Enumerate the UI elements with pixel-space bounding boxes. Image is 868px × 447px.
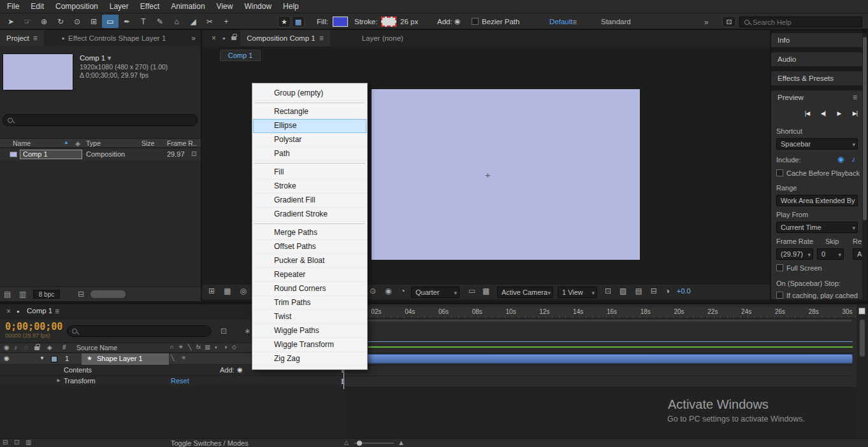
lock-column-icon[interactable] bbox=[34, 346, 40, 350]
play-button[interactable]: ▶ bbox=[832, 108, 846, 119]
shape-menu-item[interactable]: Round Corners bbox=[253, 282, 366, 296]
preview-panel-header[interactable]: Preview≡ bbox=[771, 90, 862, 104]
shape-menu-item[interactable]: Trim Paths bbox=[253, 296, 366, 310]
solo-column-icon[interactable]: ◌ bbox=[24, 344, 28, 351]
comp-breadcrumb[interactable]: Comp 1 bbox=[220, 50, 261, 61]
shape-menu-item[interactable]: Group (empty) bbox=[253, 87, 366, 101]
toggle-switches-modes-button[interactable]: Toggle Switches / Modes bbox=[171, 439, 249, 447]
effects-presets-panel-header[interactable]: Effects & Presets bbox=[771, 71, 862, 85]
clone-stamp-tool-icon[interactable]: ⌂ bbox=[168, 15, 185, 28]
lock-icon[interactable] bbox=[231, 36, 236, 40]
play-from-select[interactable]: Current Time▾ bbox=[776, 222, 858, 233]
search-help-input[interactable] bbox=[753, 18, 857, 26]
brush-tool-icon[interactable]: ✎ bbox=[152, 15, 168, 28]
motion-blur-icon[interactable]: ◐ bbox=[213, 344, 219, 350]
stroke-label[interactable]: Stroke: bbox=[354, 18, 377, 25]
workspace-selector[interactable]: Default bbox=[549, 18, 572, 25]
layer-label-chip[interactable] bbox=[51, 356, 57, 362]
shape-menu-item[interactable]: Wiggle Paths bbox=[253, 324, 366, 338]
snapshot-icon[interactable]: ⊙ bbox=[370, 287, 376, 295]
collapse-transformations-icon[interactable]: ☀ bbox=[178, 344, 184, 350]
shape-menu-item[interactable]: Stroke bbox=[253, 180, 366, 194]
fill-swatch[interactable] bbox=[333, 17, 348, 27]
adjustment-layer-icon[interactable]: ◑ bbox=[222, 344, 228, 350]
contents-add-button[interactable]: ◉ bbox=[237, 366, 243, 373]
tool-creates-shape-toggle[interactable]: ★ bbox=[278, 16, 291, 27]
project-search-input[interactable] bbox=[16, 117, 192, 124]
layer-eye-icon[interactable]: ◉ bbox=[4, 355, 10, 362]
shape-menu-item[interactable]: Polystar bbox=[253, 133, 366, 147]
bezier-path-checkbox[interactable] bbox=[472, 18, 479, 25]
audio-column-icon[interactable]: ♪ bbox=[14, 344, 17, 351]
shape-menu-item[interactable]: Rectangle bbox=[253, 105, 366, 119]
menu-edit[interactable]: Edit bbox=[25, 2, 50, 11]
layer-name-cell[interactable]: ★ Shape Layer 1 bbox=[82, 353, 169, 365]
menu-composition[interactable]: Composition bbox=[50, 2, 104, 11]
mask-visibility-icon[interactable]: ◎ bbox=[240, 287, 246, 295]
add-operator-icon[interactable]: ◉ bbox=[454, 17, 461, 25]
workspace-menu-icon[interactable]: ≡ bbox=[572, 18, 577, 27]
timeline-tab-label[interactable]: Comp 1 bbox=[27, 307, 52, 315]
view-layout-select[interactable]: 1 View▾ bbox=[558, 287, 597, 298]
shortcut-select[interactable]: Spacebar▾ bbox=[776, 138, 858, 150]
index-column-label[interactable]: # bbox=[62, 344, 66, 351]
layer-name[interactable]: Shape Layer 1 bbox=[97, 355, 143, 362]
grid-icon[interactable]: ▦ bbox=[224, 287, 231, 295]
time-ruler[interactable]: 02s04s06s08s10s12s14s16s18s20s22s24s26s2… bbox=[344, 307, 857, 318]
shape-menu-item[interactable]: Zig Zag bbox=[253, 352, 366, 366]
work-area-bar[interactable] bbox=[344, 319, 853, 322]
quality-icon[interactable]: ╲ bbox=[187, 344, 192, 350]
transform-row[interactable]: ► Transform Reset bbox=[0, 376, 343, 387]
menu-file[interactable]: File bbox=[1, 2, 25, 11]
stroke-swatch[interactable] bbox=[381, 17, 396, 27]
trash-icon[interactable]: ⊟ bbox=[78, 290, 84, 299]
info-panel-header[interactable]: Info bbox=[771, 33, 862, 47]
toolbar-overflow-icon[interactable]: » bbox=[704, 18, 709, 27]
zoom-out-mountain-icon[interactable]: △ bbox=[344, 439, 349, 446]
puppet-pin-tool-icon[interactable]: + bbox=[218, 15, 235, 28]
resolution-select[interactable]: Quarter▾ bbox=[411, 287, 459, 298]
tool-creates-mask-toggle[interactable]: ▩ bbox=[292, 16, 305, 27]
channels-icon[interactable]: ◔ bbox=[401, 287, 405, 295]
camera-select[interactable]: Active Camera▾ bbox=[497, 287, 553, 298]
menu-animation[interactable]: Animation bbox=[165, 2, 210, 11]
shy-icon[interactable]: ∩ bbox=[169, 344, 175, 350]
exposure-value[interactable]: +0.0 bbox=[677, 287, 691, 295]
previous-frame-button[interactable]: ◀| bbox=[816, 108, 830, 119]
shape-menu-item[interactable]: Twist bbox=[253, 310, 366, 324]
timeline-close-icon[interactable]: × bbox=[6, 307, 11, 316]
interpret-footage-icon[interactable]: ▤ bbox=[4, 290, 11, 299]
timeline-menu-icon[interactable]: ≡ bbox=[55, 307, 59, 316]
zoom-in-mountain-icon[interactable]: ▲ bbox=[398, 439, 405, 446]
frame-blend-icon[interactable]: ▥ bbox=[205, 344, 210, 350]
shape-menu-item[interactable]: Wiggle Transform bbox=[253, 338, 366, 352]
first-frame-button[interactable]: |◀ bbox=[800, 108, 814, 119]
shape-menu-item[interactable] bbox=[253, 161, 366, 166]
rotation-tool-icon[interactable]: ↻ bbox=[52, 15, 69, 28]
range-select[interactable]: Work Area Extended By C bbox=[776, 195, 858, 206]
shape-menu-item[interactable]: Ellipse bbox=[253, 119, 366, 133]
type-tool-icon[interactable]: T bbox=[135, 15, 152, 28]
new-folder-icon[interactable]: ▥ bbox=[19, 290, 26, 299]
3d-layer-icon[interactable]: ◇ bbox=[231, 344, 237, 350]
source-name-column[interactable]: Source Name bbox=[76, 344, 117, 351]
project-panel-menu-icon[interactable]: ≡ bbox=[33, 34, 38, 43]
flowchart-button-icon[interactable]: ⊟ bbox=[651, 287, 657, 295]
shape-menu-item[interactable]: Path bbox=[253, 147, 366, 161]
project-search-box[interactable] bbox=[3, 114, 198, 126]
roto-brush-tool-icon[interactable]: ✂ bbox=[201, 15, 218, 28]
shape-menu-item[interactable]: Pucker & Bloat bbox=[253, 254, 366, 268]
full-screen-checkbox[interactable] bbox=[776, 264, 783, 271]
timeline-button-icon[interactable]: ▤ bbox=[635, 287, 642, 295]
shape-menu-item[interactable]: Offset Paths bbox=[253, 240, 366, 254]
transform-twirl-icon[interactable]: ► bbox=[56, 378, 61, 383]
shape-menu-item[interactable]: Gradient Stroke bbox=[253, 208, 366, 222]
hand-tool-icon[interactable]: ☞ bbox=[19, 15, 36, 28]
next-frame-button[interactable]: ▶| bbox=[848, 108, 862, 119]
layer-quality-icon[interactable]: ╲ bbox=[171, 355, 174, 361]
workspace-bar-icon[interactable]: ⊡ bbox=[722, 16, 736, 27]
zoom-tool-icon[interactable]: ⊕ bbox=[36, 15, 52, 28]
fast-previews-icon[interactable]: ▧ bbox=[619, 287, 626, 295]
transform-reset-link[interactable]: Reset bbox=[171, 377, 189, 385]
comp-title[interactable]: Comp 1 ▾ bbox=[80, 53, 112, 62]
